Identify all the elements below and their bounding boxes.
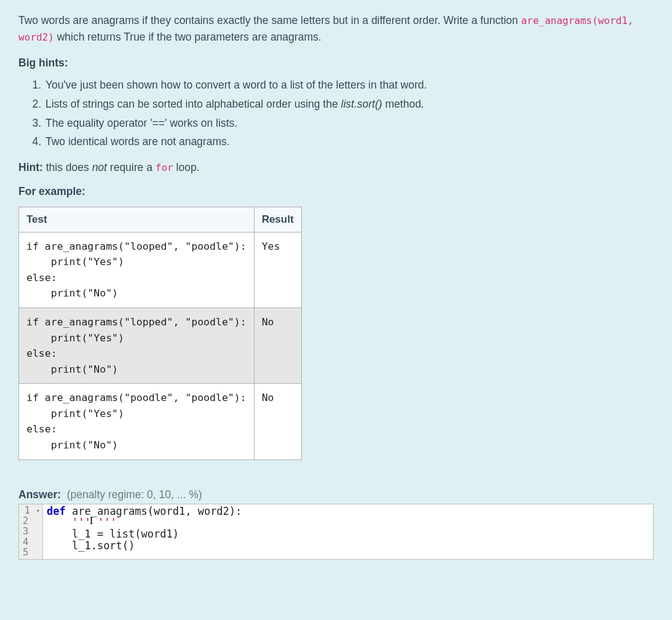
table-header-test: Test — [19, 207, 255, 232]
editor-gutter: 1 ▾ 2 3 4 5 — [19, 504, 43, 559]
line-number: 5 — [23, 547, 28, 558]
test-cell: if are_anagrams("poodle", "poodle"): pri… — [19, 384, 255, 459]
hint-text: The equality operator '==' works on list… — [45, 117, 237, 129]
hint-label: Hint: — [18, 161, 43, 173]
method-name: list.sort() — [341, 98, 382, 110]
code-text: l_1 = list(word1) — [47, 528, 179, 540]
hint-item: Lists of strings can be sorted into alph… — [44, 95, 654, 114]
hint-item: Two identical words are not anagrams. — [44, 132, 654, 151]
intro-text-before: Two words are anagrams if they contains … — [18, 14, 521, 26]
line-number: 2 — [23, 515, 28, 527]
line-number: 1 — [25, 505, 30, 516]
big-hints-heading: Big hints: — [18, 57, 654, 70]
answer-heading: Answer: (penalty regime: 0, 10, ... %) — [18, 488, 654, 501]
hint-item: The equality operator '==' works on list… — [44, 114, 654, 133]
test-cell: if are_anagrams("looped", "poodle"): pri… — [19, 232, 255, 308]
fold-icon[interactable]: ▾ — [36, 507, 40, 515]
problem-intro: Two words are anagrams if they contains … — [18, 0, 654, 46]
hint-text: Lists of strings can be sorted into alph… — [45, 98, 341, 110]
hint-text: You've just been shown how to convert a … — [45, 79, 427, 91]
code-editor[interactable]: 1 ▾ 2 3 4 5 def are_anagrams(word1, word… — [18, 504, 654, 560]
hint-text: loop. — [173, 161, 200, 173]
test-cell: if are_anagrams("lopped", "poodle"): pri… — [19, 308, 255, 384]
hints-list: You've just been shown how to convert a … — [18, 76, 654, 151]
editor-code-area[interactable]: def are_anagrams(word1, word2): ''' ''' … — [43, 504, 653, 559]
answer-label: Answer: — [18, 488, 61, 501]
table-row: if are_anagrams("lopped", "poodle"): pri… — [19, 308, 302, 384]
result-cell: No — [254, 308, 301, 384]
intro-text-after: which returns True if the two parameters… — [54, 31, 322, 43]
hint-text: this does — [43, 161, 92, 173]
hint-text: Two identical words are not anagrams. — [45, 135, 230, 148]
hint-em: not — [92, 161, 107, 173]
table-header-result: Result — [254, 207, 301, 232]
examples-table: Test Result if are_anagrams("looped", "p… — [18, 207, 302, 460]
code-text — [47, 516, 72, 528]
docstring: ''' ''' — [72, 516, 117, 528]
table-row: if are_anagrams("poodle", "poodle"): pri… — [19, 384, 302, 459]
hint-text: method. — [382, 98, 424, 110]
line-number: 4 — [23, 536, 28, 547]
hint-text: require a — [107, 161, 156, 173]
text-cursor — [91, 517, 92, 527]
code-text: l_1.sort() — [47, 539, 135, 552]
hint-line: Hint: this does not require a for loop. — [18, 161, 654, 174]
penalty-regime: (penalty regime: 0, 10, ... %) — [67, 488, 202, 501]
result-cell: No — [254, 384, 301, 459]
hint-code: for — [156, 162, 173, 173]
for-example-heading: For example: — [18, 185, 654, 198]
line-number: 3 — [23, 526, 28, 537]
table-row: if are_anagrams("looped", "poodle"): pri… — [19, 232, 302, 308]
keyword: def — [47, 505, 66, 517]
hint-item: You've just been shown how to convert a … — [44, 76, 654, 95]
result-cell: Yes — [254, 232, 301, 308]
